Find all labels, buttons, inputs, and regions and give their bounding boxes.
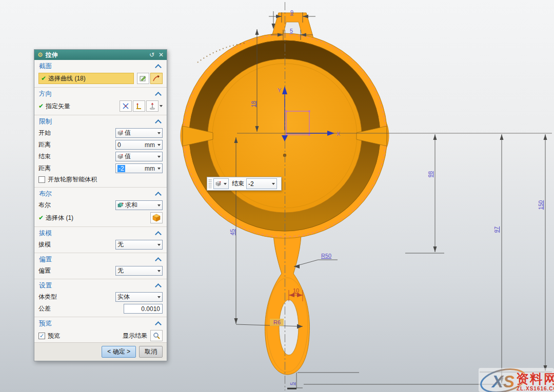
body-type-value: 实体 <box>117 293 156 301</box>
pan-center-point <box>283 154 286 157</box>
end-distance-unit: mm <box>145 165 155 172</box>
show-result-button[interactable] <box>150 330 163 341</box>
magnifier-icon <box>153 332 160 339</box>
ok-button[interactable]: < 确定 > <box>102 346 136 358</box>
dim-label-10: 10 <box>293 287 299 294</box>
offset-header-label: 偏置 <box>39 255 156 264</box>
open-profile-label: 开放轮廓智能体积 <box>48 175 163 184</box>
dim-label-45: 45 <box>229 229 235 235</box>
offset-dropdown[interactable]: 无 <box>115 266 163 276</box>
caret-down-icon <box>224 183 227 185</box>
chevron-up-icon[interactable] <box>155 283 162 290</box>
draft-value: 无 <box>117 240 156 249</box>
dim-label-150: 150 <box>538 200 544 210</box>
vector-dialog-button[interactable] <box>120 100 132 112</box>
draft-label: 拔模 <box>38 240 115 249</box>
chevron-up-icon[interactable] <box>155 64 162 71</box>
chevron-up-icon[interactable] <box>155 192 162 198</box>
start-distance-label: 距离 <box>38 140 115 149</box>
tolerance-label: 公差 <box>38 304 124 313</box>
select-curve-label: 选择曲线 (18) <box>48 74 86 83</box>
body-type-label: 体类型 <box>38 293 115 301</box>
dialog-titlebar[interactable]: ⚙ 拉伸 ↺ ✕ <box>34 50 167 60</box>
select-body-button[interactable] <box>150 212 163 223</box>
watermark-url: ZL.XS1616.COM <box>517 386 554 391</box>
section-header-draft[interactable]: 拔模 <box>34 227 167 239</box>
x-axis-label: X <box>337 131 341 137</box>
direction-header-label: 方向 <box>39 90 156 98</box>
specify-vector-label: 指定矢量 <box>46 102 118 111</box>
end-distance-label: 距离 <box>38 164 115 173</box>
mini-end-label: 结束 <box>232 179 244 188</box>
chevron-up-icon[interactable] <box>155 257 162 264</box>
extrude-dialog: ⚙ 拉伸 ↺ ✕ 截面 ✔ 选择曲线 (18) 方向 <box>34 49 167 361</box>
section-header-section[interactable]: 截面 <box>34 60 167 72</box>
section-header-settings[interactable]: 设置 <box>34 279 167 291</box>
preview-label: 预览 <box>48 332 123 340</box>
body-type-dropdown[interactable]: 实体 <box>115 292 163 302</box>
end-type-value: 值 <box>125 152 156 161</box>
boolean-label: 布尔 <box>38 201 115 210</box>
preview-checkbox[interactable]: ✓ <box>38 333 45 339</box>
settings-header-label: 设置 <box>39 281 156 290</box>
limits-header-label: 限制 <box>39 117 156 126</box>
start-type-dropdown[interactable]: 值 <box>115 128 163 138</box>
offset-value: 无 <box>117 266 156 275</box>
pan-handle-hole <box>279 300 299 355</box>
draft-dropdown[interactable]: 无 <box>115 240 163 250</box>
chevron-up-icon[interactable] <box>155 321 162 328</box>
vector-constructor-button[interactable] <box>146 100 159 112</box>
drag-handle[interactable] <box>208 179 212 189</box>
ok-button-label: < 确定 > <box>107 347 130 356</box>
dim-label-97: 97 <box>493 226 500 233</box>
start-distance-input[interactable]: 0 mm <box>115 140 163 150</box>
select-curve-field[interactable]: ✔ 选择曲线 (18) <box>38 73 134 84</box>
unite-icon <box>117 202 124 208</box>
section-header-limits[interactable]: 限制 <box>34 115 167 127</box>
vector-arrow-icon <box>149 102 156 110</box>
section-header-offset[interactable]: 偏置 <box>34 253 167 265</box>
solid-cube-icon <box>152 214 161 222</box>
boolean-dropdown[interactable]: 求和 <box>115 200 163 210</box>
boolean-value: 求和 <box>125 201 156 210</box>
section-header-direction[interactable]: 方向 <box>34 88 167 99</box>
watermark: XS 资料网 ZL.XS1616.COM <box>479 365 554 392</box>
dim-label-5: 5 <box>290 28 293 34</box>
section-header-preview[interactable]: 预览 <box>34 317 167 329</box>
offset-label: 偏置 <box>38 266 115 275</box>
caret-down-icon <box>157 144 161 146</box>
mini-end-value: -2 <box>248 180 271 188</box>
caret-down-icon <box>157 168 161 170</box>
sketch-section-button[interactable] <box>137 73 149 84</box>
pan-solid-body[interactable] <box>181 13 389 375</box>
inferred-vector-button[interactable] <box>133 100 145 112</box>
draft-header-label: 拔模 <box>39 229 156 238</box>
section-header-boolean[interactable]: 布尔 <box>34 188 167 199</box>
end-distance-input[interactable]: -2 mm <box>115 163 163 173</box>
close-icon[interactable]: ✕ <box>159 51 164 58</box>
check-icon: ✔ <box>41 75 46 82</box>
dim-label-9: 9 <box>290 9 293 15</box>
chevron-up-icon[interactable] <box>155 92 162 98</box>
application-window: X Y <box>0 0 554 392</box>
chevron-up-icon[interactable] <box>155 231 162 238</box>
select-body-label: 选择体 (1) <box>46 214 149 222</box>
open-profile-checkbox[interactable] <box>38 176 45 183</box>
dim-label-98: 98 <box>427 171 433 177</box>
sketch-icon <box>140 75 147 82</box>
curve-rule-button[interactable] <box>150 73 163 84</box>
caret-down-icon <box>157 270 161 272</box>
section-header-label: 截面 <box>39 62 156 71</box>
dim-label-5-bottom: 5 <box>289 382 295 385</box>
onscreen-mini-toolbar[interactable]: 结束 -2 <box>207 177 282 191</box>
reset-icon[interactable]: ↺ <box>149 51 154 58</box>
end-label: 结束 <box>38 152 115 161</box>
cancel-button[interactable]: 取消 <box>139 346 163 358</box>
mini-end-value-dropdown[interactable]: -2 <box>246 178 277 189</box>
mini-end-type-dropdown[interactable] <box>213 178 229 189</box>
chevron-up-icon[interactable] <box>155 119 162 126</box>
check-icon: ✔ <box>38 102 44 110</box>
end-type-dropdown[interactable]: 值 <box>115 152 163 161</box>
caret-down-icon[interactable] <box>160 105 163 107</box>
tolerance-input[interactable]: 0.0010 <box>124 304 163 314</box>
